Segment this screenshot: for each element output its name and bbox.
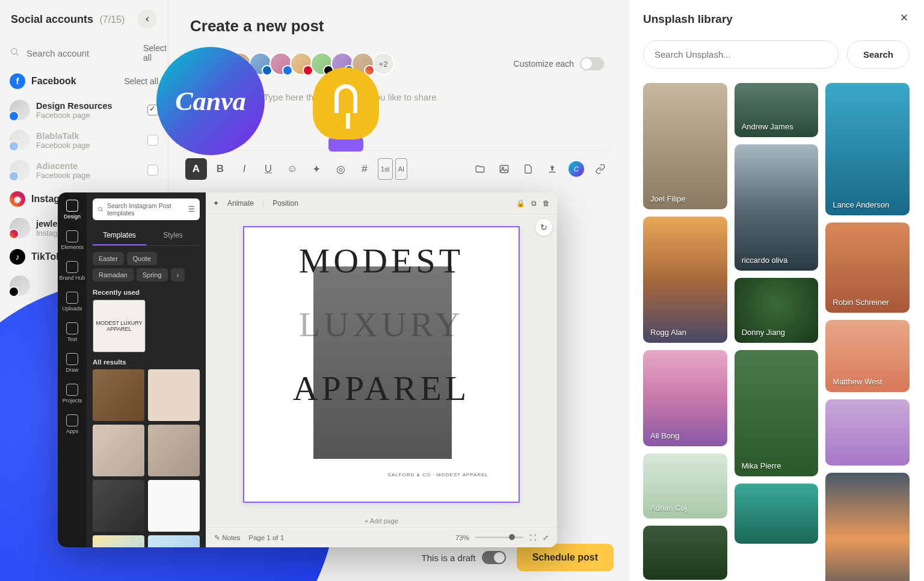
chip[interactable]: Spring bbox=[137, 268, 168, 281]
page-indicator: Page 1 of 1 bbox=[248, 534, 284, 541]
chip[interactable]: Ramadan bbox=[93, 268, 134, 281]
reload-icon[interactable]: ↻ bbox=[535, 219, 552, 236]
file-button[interactable] bbox=[517, 158, 539, 180]
unsplash-image[interactable]: riccardo oliva bbox=[735, 144, 819, 271]
filter-icon[interactable]: ☰ bbox=[188, 205, 195, 214]
unsplash-image[interactable] bbox=[735, 484, 819, 544]
unsplash-image[interactable]: Adrian Cuj bbox=[643, 453, 727, 518]
template-thumbnail[interactable] bbox=[93, 480, 144, 532]
zoom-value: 73% bbox=[455, 534, 469, 541]
account-subtitle: Facebook page bbox=[36, 171, 141, 180]
copy-icon[interactable]: ⧉ bbox=[531, 199, 537, 208]
account-subtitle: Facebook page bbox=[36, 141, 141, 150]
add-page-button[interactable]: + Add page bbox=[206, 515, 557, 527]
first-comment-button[interactable]: 1st bbox=[378, 158, 393, 180]
account-row[interactable]: BlablaTalk Facebook page bbox=[0, 125, 168, 155]
search-account-input[interactable] bbox=[24, 45, 143, 62]
chip-more[interactable]: › bbox=[171, 268, 185, 281]
hashtag-button[interactable]: # bbox=[354, 158, 375, 180]
select-all-facebook[interactable]: Select all bbox=[124, 76, 158, 86]
rail-projects[interactable]: Projects bbox=[63, 384, 82, 404]
canva-template-search[interactable]: Search Instagram Post templates ☰ bbox=[93, 198, 200, 220]
editor-toolbar: A B I U ☺ ✦ ◎ # 1st AI C bbox=[183, 150, 614, 187]
unsplash-image[interactable]: Matthew West bbox=[825, 320, 910, 392]
select-all-link[interactable]: Select all bbox=[143, 43, 167, 63]
account-checkbox[interactable] bbox=[147, 165, 158, 176]
italic-button[interactable]: I bbox=[233, 158, 255, 180]
schedule-post-button[interactable]: Schedule post bbox=[517, 544, 614, 571]
unsplash-image[interactable]: Donny Jiang bbox=[735, 278, 819, 343]
rail-text[interactable]: Text bbox=[66, 322, 78, 342]
unsplash-image[interactable] bbox=[643, 526, 727, 580]
rail-brand-hub[interactable]: Brand Hub bbox=[59, 261, 85, 281]
folder-button[interactable] bbox=[469, 158, 491, 180]
rail-draw[interactable]: Draw bbox=[66, 353, 78, 373]
animate-button[interactable]: Animate bbox=[227, 199, 254, 208]
notes-button[interactable]: ✎ Notes bbox=[214, 533, 240, 542]
canva-artboard[interactable]: MODEST LUXURY APPAREL SALFORD & CO · MOD… bbox=[243, 226, 520, 503]
unsplash-image[interactable]: Lance Anderson bbox=[825, 83, 910, 215]
lock-icon[interactable]: 🔒 bbox=[516, 199, 525, 208]
page-title: Create a new post bbox=[190, 17, 614, 35]
unsplash-image[interactable]: Mika Pierre bbox=[735, 350, 819, 476]
rail-uploads[interactable]: Uploads bbox=[62, 292, 82, 312]
collapse-sidebar-button[interactable] bbox=[138, 10, 157, 29]
ai-button[interactable]: AI bbox=[395, 158, 407, 180]
bold-button[interactable]: B bbox=[209, 158, 231, 180]
chip[interactable]: Quote bbox=[127, 252, 157, 265]
rail-elements[interactable]: Elements bbox=[61, 230, 84, 250]
close-button[interactable] bbox=[899, 12, 910, 26]
position-button[interactable]: Position bbox=[273, 199, 298, 208]
unsplash-image[interactable] bbox=[825, 399, 910, 466]
zoom-slider[interactable] bbox=[475, 536, 523, 538]
section-recently-used: Recently used bbox=[93, 289, 200, 296]
network-facebook[interactable]: f Facebook Select all bbox=[0, 67, 168, 95]
unsplash-image[interactable]: All Bong bbox=[643, 350, 727, 446]
template-thumbnail[interactable] bbox=[93, 535, 144, 547]
link-button[interactable] bbox=[590, 158, 611, 180]
template-thumbnail[interactable]: MODEST LUXURY APPAREL bbox=[93, 300, 146, 352]
template-thumbnail[interactable] bbox=[148, 535, 200, 547]
template-thumbnail[interactable] bbox=[93, 369, 144, 421]
chevron-left-icon bbox=[143, 15, 152, 23]
template-thumbnail[interactable] bbox=[148, 369, 200, 421]
template-thumbnail[interactable] bbox=[148, 425, 200, 476]
unsplash-grid: Joel Filipe Rogg Alan All Bong Adrian Cu… bbox=[643, 83, 910, 581]
account-checkbox[interactable] bbox=[147, 135, 158, 146]
fullscreen-icon[interactable]: ⤢ bbox=[543, 533, 549, 542]
template-thumbnail[interactable] bbox=[148, 480, 200, 532]
account-row[interactable]: Adiacente Facebook page bbox=[0, 155, 168, 185]
unsplash-image[interactable]: Joel Filipe bbox=[643, 83, 727, 209]
unsplash-image[interactable]: Robin Schreiner bbox=[825, 223, 910, 313]
expand-icon[interactable]: ⛶ bbox=[529, 534, 537, 541]
facebook-icon: f bbox=[10, 73, 25, 89]
rail-design[interactable]: Design bbox=[64, 200, 81, 220]
template-thumbnail[interactable] bbox=[93, 425, 144, 476]
animate-icon[interactable]: ✦ bbox=[213, 199, 219, 208]
rail-apps[interactable]: Apps bbox=[66, 414, 79, 434]
tab-styles[interactable]: Styles bbox=[146, 226, 200, 245]
trash-icon[interactable]: 🗑 bbox=[543, 199, 550, 208]
emoji-button[interactable]: ☺ bbox=[282, 158, 303, 180]
account-row[interactable]: Design Resources Facebook page bbox=[0, 95, 168, 125]
underline-button[interactable]: U bbox=[257, 158, 279, 180]
chip[interactable]: Easter bbox=[93, 252, 124, 265]
svg-point-0 bbox=[11, 49, 17, 54]
draft-toggle[interactable]: This is a draft bbox=[422, 551, 506, 564]
text-color-button[interactable]: A bbox=[185, 158, 207, 180]
unsplash-title: Unsplash library bbox=[643, 13, 733, 26]
toggle-switch[interactable] bbox=[482, 551, 506, 564]
tab-templates[interactable]: Templates bbox=[93, 226, 146, 245]
canva-button[interactable]: C bbox=[565, 158, 587, 180]
unsplash-image[interactable]: Andrew James bbox=[735, 83, 819, 137]
unsplash-search-button[interactable]: Search bbox=[847, 40, 910, 69]
location-button[interactable]: ◎ bbox=[330, 158, 351, 180]
customize-each-toggle[interactable]: Customize each bbox=[514, 57, 604, 70]
unsplash-image[interactable]: Adam Bixby bbox=[825, 473, 910, 581]
toggle-switch[interactable] bbox=[580, 57, 604, 70]
upload-button[interactable] bbox=[541, 158, 563, 180]
unsplash-search-input[interactable] bbox=[643, 40, 839, 69]
unsplash-image[interactable]: Rogg Alan bbox=[643, 217, 727, 343]
media-button[interactable] bbox=[493, 158, 515, 180]
magic-button[interactable]: ✦ bbox=[306, 158, 327, 180]
